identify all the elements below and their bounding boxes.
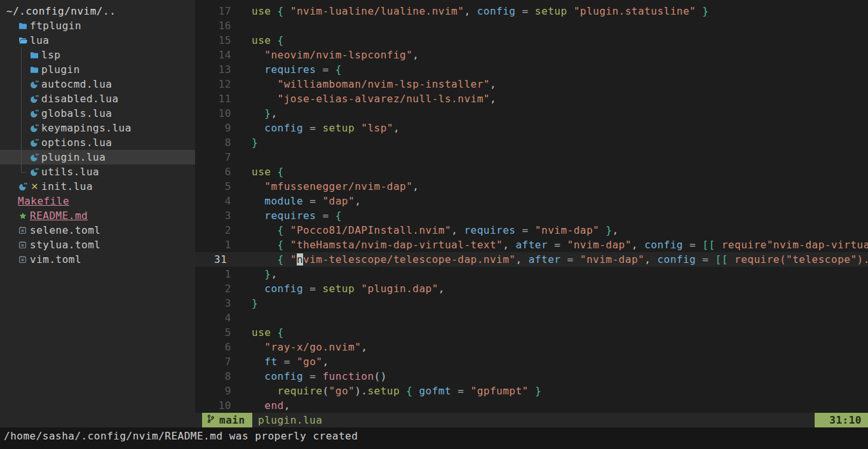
- tree-item-lsp[interactable]: lsp: [0, 48, 195, 62]
- lua-icon: [29, 95, 39, 104]
- tree-item-label: utils.lua: [41, 166, 99, 178]
- tree-item-label: init.lua: [41, 180, 93, 192]
- tree-item-label: keymapings.lua: [41, 122, 132, 134]
- code-line[interactable]: 5use {: [195, 325, 868, 340]
- code-text: ft = "go",: [252, 354, 329, 369]
- file-tree-root[interactable]: ~/.config/nvim/..: [0, 4, 195, 18]
- code-line[interactable]: 3 requires = {: [195, 208, 868, 223]
- code-line[interactable]: 16: [195, 18, 868, 33]
- line-number: 1: [195, 267, 231, 281]
- code-line[interactable]: 5 "mfussenegger/nvim-dap",: [195, 179, 868, 194]
- code-line[interactable]: 11 "jose-elias-alvarez/null-ls.nvim",: [195, 91, 868, 106]
- tree-item-stylua-toml[interactable]: stylua.toml: [0, 238, 195, 252]
- code-line[interactable]: 2 { "Pocco81/DAPInstall.nvim", requires …: [195, 223, 868, 238]
- star-icon: [18, 212, 27, 220]
- line-number: 9: [195, 384, 231, 398]
- code-line[interactable]: 9 require("go").setup { gofmt = "gpfumpt…: [195, 384, 868, 398]
- folder-icon: [18, 22, 27, 30]
- tree-item-makefile[interactable]: Makefile: [0, 194, 195, 208]
- code-line[interactable]: 14 "neovim/nvim-lspconfig",: [195, 48, 868, 62]
- indent-guide: [21, 62, 22, 77]
- code-line[interactable]: 13 requires = {: [195, 62, 868, 77]
- tree-item-label: lua: [30, 34, 49, 46]
- line-number: 17: [195, 4, 231, 18]
- code-text: config = setup "plugin.dap",: [252, 281, 445, 296]
- tree-item-label: disabled.lua: [41, 93, 119, 105]
- x-icon: [30, 183, 39, 190]
- tree-item-label: README.md: [30, 210, 88, 222]
- line-number: 14: [195, 48, 231, 62]
- code-line[interactable]: 7 ft = "go",: [195, 354, 868, 369]
- code-line[interactable]: 4: [195, 311, 868, 325]
- toml-icon: [18, 241, 27, 249]
- git-branch-segment: main: [202, 413, 252, 427]
- code-line[interactable]: 7: [195, 150, 868, 164]
- file-tree[interactable]: ~/.config/nvim/.. ftpluginlualsppluginau…: [0, 0, 195, 413]
- tree-item-options-lua[interactable]: options.lua: [0, 135, 195, 150]
- tree-item-selene-toml[interactable]: selene.toml: [0, 223, 195, 238]
- tree-item-label: lsp: [41, 49, 60, 61]
- tree-item-init-lua[interactable]: init.lua: [0, 179, 195, 194]
- indent-guide: [21, 106, 22, 121]
- toml-icon: [18, 255, 27, 264]
- code-text: config = function(): [252, 369, 387, 384]
- nvim-window: ~/.config/nvim/.. ftpluginlualsppluginau…: [0, 0, 868, 449]
- code-editor[interactable]: 17use { "nvim-lualine/lualine.nvim", con…: [195, 0, 868, 413]
- tree-item-globals-lua[interactable]: globals.lua: [0, 106, 195, 121]
- code-line[interactable]: 3}: [195, 296, 868, 311]
- tree-item-keymapings-lua[interactable]: keymapings.lua: [0, 121, 195, 135]
- tree-item-utils-lua[interactable]: utils.lua: [0, 164, 195, 179]
- lua-icon: [29, 168, 39, 177]
- line-number: 8: [195, 135, 231, 150]
- code-line[interactable]: 10 end,: [195, 398, 868, 413]
- folder-icon: [29, 65, 39, 74]
- tree-item-label: Makefile: [18, 195, 69, 207]
- code-line[interactable]: 4 module = "dap",: [195, 194, 868, 208]
- line-number: 2: [195, 281, 231, 296]
- code-line[interactable]: 8 config = function(): [195, 369, 868, 384]
- line-number: 1: [195, 238, 231, 252]
- tree-item-ftplugin[interactable]: ftplugin: [0, 18, 195, 33]
- line-number: 3: [195, 208, 231, 223]
- code-line[interactable]: 6 "ray-x/go.nvim",: [195, 340, 868, 354]
- code-line[interactable]: 2 config = setup "plugin.dap",: [195, 281, 868, 296]
- code-text: { "theHamsta/nvim-dap-virtual-text", aft…: [252, 238, 868, 252]
- line-number: 7: [195, 354, 231, 369]
- cursor-position: 31:10: [815, 413, 868, 427]
- line-number: 6: [195, 340, 231, 354]
- code-text: "neovim/nvim-lspconfig",: [252, 48, 419, 62]
- code-text: { "Pocco81/DAPInstall.nvim", requires = …: [252, 223, 619, 238]
- code-text: use {: [252, 164, 284, 179]
- tree-item-disabled-lua[interactable]: disabled.lua: [0, 91, 195, 106]
- command-line-message: /home/sasha/.config/nvim/README.md was p…: [0, 427, 868, 449]
- tree-item-autocmd-lua[interactable]: autocmd.lua: [0, 77, 195, 91]
- code-line[interactable]: 12 "williamboman/nvim-lsp-installer",: [195, 77, 868, 91]
- code-line-current[interactable]: 31 { "nvim-telescope/telescope-dap.nvim"…: [195, 252, 868, 267]
- code-line[interactable]: 1 },: [195, 267, 868, 281]
- code-line[interactable]: 6use {: [195, 164, 868, 179]
- tree-item-vim-toml[interactable]: vim.toml: [0, 252, 195, 267]
- git-branch-label: main: [219, 414, 245, 426]
- code-line[interactable]: 8}: [195, 135, 868, 150]
- code-line[interactable]: 17use { "nvim-lualine/lualine.nvim", con…: [195, 4, 868, 18]
- tree-item-lua[interactable]: lua: [0, 33, 195, 48]
- code-text: "ray-x/go.nvim",: [252, 340, 367, 354]
- toml-icon: [18, 226, 27, 234]
- code-line[interactable]: 15use {: [195, 33, 868, 48]
- tree-item-plugin[interactable]: plugin: [0, 62, 195, 77]
- tree-item-label: ftplugin: [30, 20, 81, 32]
- line-number: 31: [214, 252, 227, 267]
- folder-icon: [29, 51, 39, 60]
- line-number: 2: [195, 223, 231, 238]
- indent-guide: [21, 135, 22, 150]
- line-number: 3: [195, 296, 231, 311]
- line-number: 7: [195, 150, 231, 164]
- code-line[interactable]: 10 },: [195, 106, 868, 121]
- code-line[interactable]: 9 config = setup "lsp",: [195, 121, 868, 135]
- tree-item-label: autocmd.lua: [41, 78, 112, 90]
- tree-item-plugin-lua[interactable]: plugin.lua: [0, 150, 195, 164]
- code-text: "mfussenegger/nvim-dap",: [252, 179, 419, 194]
- tree-item-readme-md[interactable]: README.md: [0, 208, 195, 223]
- code-text: }: [252, 135, 258, 150]
- code-line[interactable]: 1 { "theHamsta/nvim-dap-virtual-text", a…: [195, 238, 868, 252]
